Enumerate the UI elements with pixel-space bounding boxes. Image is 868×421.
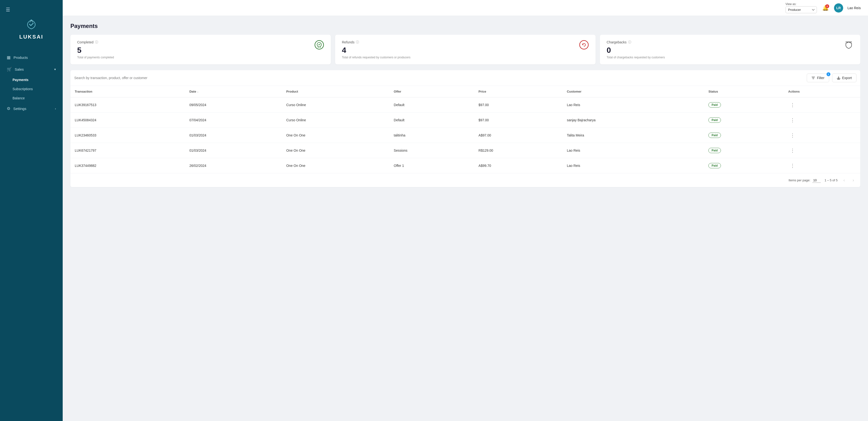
status-badge: Paid: [708, 117, 721, 123]
cell-price: A$97.00: [474, 128, 562, 143]
cell-actions: ⋮: [784, 128, 860, 143]
cell-date: 01/03/2024: [185, 128, 282, 143]
cell-price: A$99.70: [474, 158, 562, 173]
info-icon-completed[interactable]: ⓘ: [95, 40, 98, 44]
cell-status: Paid: [704, 113, 784, 128]
view-as-label: View as:: [785, 2, 796, 6]
col-date[interactable]: Date↓: [185, 86, 282, 97]
filter-icon: [811, 76, 815, 80]
col-transaction: Transaction: [70, 86, 185, 97]
cell-customer: sanjay Bajracharya: [562, 113, 704, 128]
cell-transaction: LUK39167513: [70, 97, 185, 113]
sidebar-nav: ▦ Products 🛒 Sales ▾ Payments Subscripti…: [0, 52, 63, 421]
sidebar-item-balance[interactable]: Balance: [0, 94, 63, 103]
col-customer: Customer: [562, 86, 704, 97]
stat-card-completed: Completed ⓘ 5 Total of payments complete…: [70, 35, 331, 64]
cell-transaction: LUK45084324: [70, 113, 185, 128]
col-product: Product: [282, 86, 390, 97]
refunds-icon: [579, 40, 589, 52]
search-bar-row: Filter 1 Export: [70, 70, 860, 86]
sidebar-subitem-label: Balance: [12, 96, 25, 100]
sidebar-item-label: Settings: [13, 107, 26, 111]
cell-transaction: LUK23460533: [70, 128, 185, 143]
prev-page-button[interactable]: ‹: [841, 177, 847, 184]
cell-status: Paid: [704, 128, 784, 143]
cell-date: 07/04/2024: [185, 113, 282, 128]
menu-icon[interactable]: ☰: [6, 7, 10, 12]
payments-table: Transaction Date↓ Product Offer Price Cu…: [70, 86, 860, 173]
col-price: Price: [474, 86, 562, 97]
stat-label-chargebacks: Chargebacks ⓘ: [607, 40, 665, 44]
cell-transaction: LUK67421797: [70, 143, 185, 158]
main-area: View as: Producer Affiliate Admin 🔔 2 LR…: [63, 0, 868, 421]
items-per-page-select[interactable]: 5 10 25 50: [812, 178, 821, 183]
user-name: Lao Reis: [847, 6, 861, 10]
view-as-select[interactable]: Producer Affiliate Admin: [785, 6, 817, 13]
stat-desc-completed: Total of payments completed: [77, 56, 114, 59]
chevron-down-icon: ▾: [54, 67, 56, 71]
sidebar-item-sales[interactable]: 🛒 Sales ▾: [0, 63, 63, 75]
cell-actions: ⋮: [784, 158, 860, 173]
export-button[interactable]: Export: [832, 73, 857, 82]
chargebacks-icon: [844, 40, 854, 52]
table-header: Transaction Date↓ Product Offer Price Cu…: [70, 86, 860, 97]
sidebar-item-subscriptions[interactable]: Subscriptions: [0, 84, 63, 94]
stat-content-chargebacks: Chargebacks ⓘ 0 Total of chargebacks req…: [607, 40, 665, 59]
stat-desc-chargebacks: Total of chargebacks requested by custom…: [607, 56, 665, 59]
completed-icon: [314, 40, 324, 52]
cell-offer: Default: [390, 97, 474, 113]
page-title: Payments: [70, 23, 860, 29]
cell-customer: Talita Meira: [562, 128, 704, 143]
chevron-right-icon: ›: [55, 107, 56, 111]
svg-point-1: [580, 40, 588, 49]
cell-customer: Lao Reis: [562, 97, 704, 113]
cell-date: 09/05/2024: [185, 97, 282, 113]
cell-offer: Sessions: [390, 143, 474, 158]
logo-icon: [25, 18, 38, 31]
stat-content-completed: Completed ⓘ 5 Total of payments complete…: [77, 40, 114, 59]
sidebar-item-products[interactable]: ▦ Products: [0, 52, 63, 63]
stat-desc-refunds: Total of refunds requested by customers …: [342, 56, 410, 59]
cell-actions: ⋮: [784, 97, 860, 113]
stats-row: Completed ⓘ 5 Total of payments complete…: [70, 35, 860, 64]
sidebar-header: ☰ LUKSAI: [0, 0, 63, 46]
sales-icon: 🛒: [7, 67, 12, 72]
stat-value-chargebacks: 0: [607, 46, 665, 55]
items-per-page-label: Items per page:: [788, 178, 810, 182]
table-row: LUK45084324 07/04/2024 Curso Online Defa…: [70, 113, 860, 128]
info-icon-chargebacks[interactable]: ⓘ: [628, 40, 631, 44]
filter-button[interactable]: Filter 1: [807, 73, 829, 82]
col-offer: Offer: [390, 86, 474, 97]
status-badge: Paid: [708, 102, 721, 108]
filter-badge: 1: [827, 72, 830, 76]
status-badge: Paid: [708, 132, 721, 138]
notifications-button[interactable]: 🔔 2: [821, 4, 830, 12]
row-actions-button[interactable]: ⋮: [788, 131, 797, 139]
row-actions-button[interactable]: ⋮: [788, 162, 797, 170]
cell-customer: Lao Reis: [562, 158, 704, 173]
stat-value-completed: 5: [77, 46, 114, 55]
page-info: 1 – 5 of 5: [825, 178, 838, 182]
cell-status: Paid: [704, 158, 784, 173]
col-actions: Actions: [784, 86, 860, 97]
sidebar-item-label: Products: [13, 56, 28, 60]
search-input[interactable]: [74, 76, 804, 80]
next-page-button[interactable]: ›: [850, 177, 856, 184]
row-actions-button[interactable]: ⋮: [788, 101, 797, 109]
cell-status: Paid: [704, 97, 784, 113]
cell-product: One On One: [282, 143, 390, 158]
info-icon-refunds[interactable]: ⓘ: [356, 40, 359, 44]
sidebar-item-settings[interactable]: ⚙ Settings ›: [0, 103, 63, 115]
sort-arrow-date: ↓: [197, 90, 199, 93]
stat-card-chargebacks: Chargebacks ⓘ 0 Total of chargebacks req…: [600, 35, 860, 64]
topbar: View as: Producer Affiliate Admin 🔔 2 LR…: [63, 0, 868, 16]
stat-content-refunds: Refunds ⓘ 4 Total of refunds requested b…: [342, 40, 410, 59]
cell-offer: Offer 1: [390, 158, 474, 173]
content-area: Payments Completed ⓘ 5 Total of payments…: [63, 16, 868, 421]
sidebar-item-payments[interactable]: Payments: [0, 75, 63, 84]
table-body: LUK39167513 09/05/2024 Curso Online Defa…: [70, 97, 860, 173]
row-actions-button[interactable]: ⋮: [788, 147, 797, 154]
sidebar-subitem-label: Subscriptions: [12, 87, 33, 91]
cell-offer: Default: [390, 113, 474, 128]
row-actions-button[interactable]: ⋮: [788, 116, 797, 124]
